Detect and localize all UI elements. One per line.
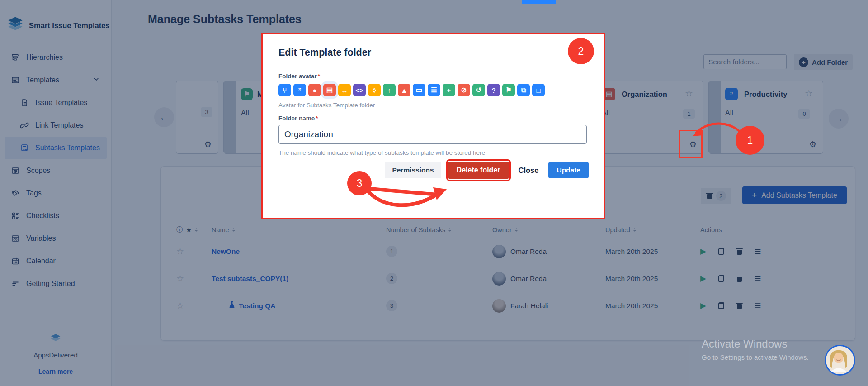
quote-icon[interactable]: ” <box>293 84 306 96</box>
annotation-step-3: 3 <box>347 171 372 195</box>
browser-tab-indicator <box>522 0 556 4</box>
avatar-help-text: Avatar for Subtasks Template folder <box>278 102 604 109</box>
activate-windows-watermark: Activate Windows Go to Settings to activ… <box>702 338 809 361</box>
close-button[interactable]: Close <box>516 166 542 175</box>
horizontal-arrows-icon[interactable]: ↔ <box>338 84 351 96</box>
annotation-arrow-3 <box>357 176 457 213</box>
support-chat-avatar[interactable] <box>825 345 855 376</box>
cone-icon[interactable]: ▲ <box>398 84 410 96</box>
plus-icon[interactable]: + <box>443 84 455 96</box>
code-icon[interactable]: <> <box>353 84 366 96</box>
clapper-icon[interactable]: ▤ <box>323 84 336 96</box>
annotation-gear-highlight <box>679 130 703 158</box>
required-mark: * <box>316 115 318 122</box>
annotation-step-2: 2 <box>568 38 594 64</box>
folder-avatar-picker: ⑂”●▤↔<>◊↑▲▭☰+⊘↺?⚑⧉□ <box>278 84 604 96</box>
folder-name-label: Folder name* <box>278 115 604 122</box>
permissions-button[interactable]: Permissions <box>385 162 441 178</box>
screen: Smart Issue Templates Hierarchies Templa… <box>0 0 868 386</box>
question-icon[interactable]: ? <box>487 84 500 96</box>
bookmark-icon[interactable]: ⚑ <box>502 84 515 96</box>
blocked-icon[interactable]: ⊘ <box>458 84 470 96</box>
update-button[interactable]: Update <box>548 162 589 178</box>
undo-icon[interactable]: ↺ <box>472 84 485 96</box>
align-left-icon[interactable]: ☰ <box>428 84 440 96</box>
folder-name-input[interactable] <box>278 125 587 144</box>
arrow-up-icon[interactable]: ↑ <box>383 84 396 96</box>
square-icon[interactable]: □ <box>532 84 545 96</box>
delete-folder-button[interactable]: Delete folder <box>448 162 509 179</box>
folder-name-help-text: The name should indicate what type of su… <box>278 149 604 156</box>
copy-icon[interactable]: ⧉ <box>517 84 530 96</box>
modal-title: Edit Template folder <box>278 47 604 58</box>
commit-icon[interactable]: ◊ <box>368 84 381 96</box>
rectangle-icon[interactable]: ▭ <box>413 84 425 96</box>
annotation-step-1: 1 <box>736 126 764 155</box>
branch-icon[interactable]: ⑂ <box>278 84 291 96</box>
record-icon[interactable]: ● <box>308 84 321 96</box>
folder-avatar-label: Folder avatar* <box>278 73 604 80</box>
required-mark: * <box>318 73 320 80</box>
